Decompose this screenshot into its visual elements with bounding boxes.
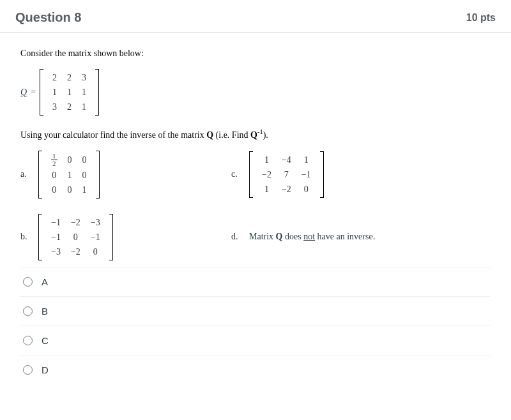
- matrix-q: 223 111 321: [40, 69, 99, 116]
- question-points: 10 pts: [466, 12, 496, 24]
- answer-choice-d[interactable]: D: [20, 355, 491, 384]
- option-d: d. Matrix Q does not have an inverse.: [231, 232, 423, 242]
- answer-choices: A B C D: [20, 267, 491, 384]
- equals-sign: =: [31, 87, 36, 98]
- option-a: a. 1200 010 001: [20, 151, 212, 199]
- prompt-instruction: Using your calculator find the inverse o…: [20, 128, 491, 140]
- question-title: Question 8: [15, 10, 81, 25]
- prompt-intro: Consider the matrix shown below:: [20, 49, 491, 59]
- option-d-label: d.: [231, 232, 240, 242]
- matrix-c: 1−41 −27−1 1−20: [249, 151, 324, 198]
- matrix-a: 1200 010 001: [38, 151, 100, 199]
- matrix-b: −1−2−3 −10−1 −3−20: [38, 214, 113, 260]
- answer-label-a: A: [42, 276, 48, 287]
- option-b: b. −1−2−3 −10−1 −3−20: [20, 214, 212, 260]
- question-header: Question 8 10 pts: [0, 0, 511, 33]
- option-a-label: a.: [20, 169, 29, 179]
- answer-label-c: C: [42, 335, 49, 346]
- option-b-label: b.: [20, 232, 29, 242]
- radio-c[interactable]: [23, 336, 33, 345]
- radio-a[interactable]: [23, 277, 33, 287]
- question-body: Consider the matrix shown below: Q = 223…: [0, 33, 511, 389]
- matrix-definition: Q = 223 111 321: [20, 69, 491, 116]
- answer-choice-c[interactable]: C: [20, 326, 491, 355]
- option-d-text: Matrix Q does not have an inverse.: [249, 232, 375, 242]
- answer-choice-a[interactable]: A: [20, 267, 491, 296]
- option-c: c. 1−41 −27−1 1−20: [231, 151, 423, 198]
- radio-d[interactable]: [23, 365, 33, 375]
- radio-b[interactable]: [23, 306, 33, 316]
- answer-label-b: B: [42, 306, 48, 317]
- answer-options-grid: a. 1200 010 001 c. 1−41 −27−1 1−20: [20, 151, 491, 260]
- answer-label-d: D: [42, 364, 49, 375]
- symbol-q: Q: [20, 87, 27, 98]
- answer-choice-b[interactable]: B: [20, 296, 491, 326]
- option-c-label: c.: [231, 169, 240, 179]
